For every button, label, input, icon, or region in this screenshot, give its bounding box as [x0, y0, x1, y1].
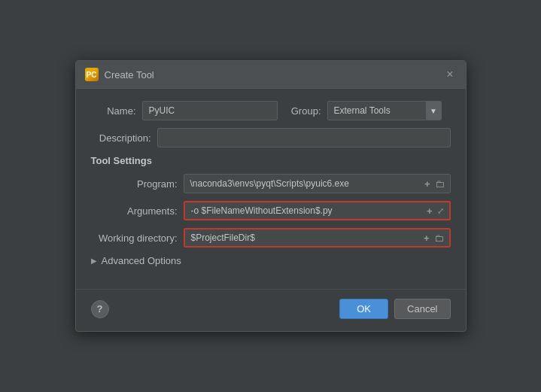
folder-icon: 🗀: [435, 178, 445, 190]
close-button[interactable]: ×: [443, 67, 456, 82]
program-value: \naconda3\envs\pyqt\Scripts\pyuic6.exe: [190, 178, 422, 189]
arguments-expand-button[interactable]: ⤢: [435, 205, 446, 217]
program-row: Program: \naconda3\envs\pyqt\Scripts\pyu…: [91, 174, 451, 193]
help-icon: ?: [97, 303, 103, 315]
group-dropdown[interactable]: ▼: [327, 101, 442, 120]
arguments-value: -o $FileNameWithoutExtension$.py: [191, 205, 424, 216]
advanced-options-label: Advanced Options: [102, 255, 181, 266]
program-input-wrapper: \naconda3\envs\pyqt\Scripts\pyuic6.exe +…: [184, 174, 451, 193]
description-row: Description:: [91, 128, 451, 147]
footer-buttons: OK Cancel: [339, 299, 450, 319]
folder-icon-wd: 🗀: [434, 232, 444, 244]
help-button[interactable]: ?: [91, 300, 109, 318]
app-icon: PC: [85, 68, 99, 81]
dialog-body: Name: Group: ▼ Description: Tool Setting…: [76, 89, 466, 286]
name-label: Name:: [91, 105, 136, 117]
group-dropdown-arrow[interactable]: ▼: [426, 102, 441, 120]
group-input[interactable]: [328, 102, 426, 119]
title-bar: PC Create Tool ×: [76, 61, 466, 89]
tool-settings-title: Tool Settings: [91, 155, 451, 166]
triangle-right-icon: ▶: [91, 257, 97, 265]
description-input[interactable]: [157, 128, 451, 147]
program-label: Program:: [91, 178, 178, 190]
advanced-options-row[interactable]: ▶ Advanced Options: [91, 255, 451, 266]
create-tool-dialog: PC Create Tool × Name: Group: ▼ Descript…: [75, 60, 467, 332]
group-label: Group:: [284, 105, 321, 117]
description-label: Description:: [91, 132, 151, 144]
cancel-button[interactable]: Cancel: [394, 299, 450, 319]
working-directory-row: Working directory: $ProjectFileDir$ + 🗀: [91, 228, 451, 248]
arguments-row: Arguments: -o $FileNameWithoutExtension$…: [91, 201, 451, 220]
working-directory-browse-button[interactable]: 🗀: [432, 232, 446, 245]
arguments-add-button[interactable]: +: [424, 205, 435, 217]
arguments-input-wrapper: -o $FileNameWithoutExtension$.py + ⤢: [184, 201, 451, 220]
program-browse-button[interactable]: 🗀: [433, 178, 447, 190]
arguments-label: Arguments:: [91, 205, 178, 217]
name-input[interactable]: [142, 101, 278, 120]
dialog-title: Create Tool: [105, 69, 154, 81]
name-group-row: Name: Group: ▼: [91, 101, 451, 120]
working-directory-add-button[interactable]: +: [421, 232, 432, 245]
dialog-footer: ? OK Cancel: [76, 289, 466, 331]
program-add-button[interactable]: +: [422, 178, 433, 190]
working-directory-label: Working directory:: [91, 232, 178, 244]
title-bar-left: PC Create Tool: [85, 68, 154, 81]
chevron-down-icon: ▼: [430, 107, 437, 115]
working-directory-input-wrapper: $ProjectFileDir$ + 🗀: [184, 228, 451, 248]
tool-settings-section: Tool Settings Program: \naconda3\envs\py…: [91, 155, 451, 266]
working-directory-value: $ProjectFileDir$: [191, 232, 421, 243]
ok-button[interactable]: OK: [339, 299, 388, 319]
